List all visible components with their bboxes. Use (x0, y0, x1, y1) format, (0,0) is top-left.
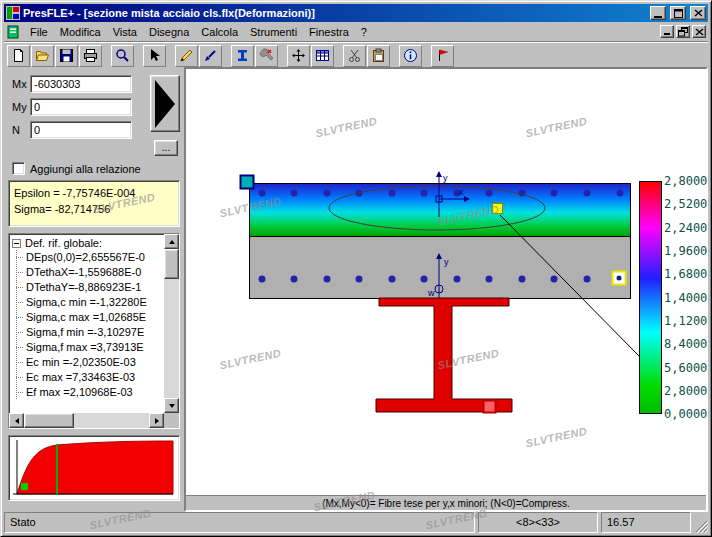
menu-calcola[interactable]: Calcola (195, 23, 244, 41)
tree-item[interactable]: Ec max =7,33463E-03 (9, 370, 164, 385)
tb-pencil-button[interactable] (175, 45, 198, 67)
wrench-icon (259, 48, 274, 63)
compute-arrow-button[interactable] (150, 75, 180, 132)
menu-modifica[interactable]: Modifica (54, 23, 107, 41)
restore-icon (678, 27, 688, 37)
tb-open-button[interactable] (31, 45, 54, 67)
svg-text:1,6800: 1,6800 (664, 267, 707, 281)
scroll-down-button[interactable] (164, 398, 179, 413)
titlebar: PresFLE+ - [sezione mista acciaio cls.fl… (4, 4, 708, 22)
menu-help[interactable]: ? (355, 23, 373, 41)
tree-item[interactable]: Ef max =2,10968E-03 (9, 385, 164, 400)
tree-vertical-scrollbar[interactable] (164, 234, 179, 413)
minimize-button[interactable] (650, 6, 666, 20)
tb-info-button[interactable] (399, 45, 422, 67)
section-drawing: y x y w (186, 69, 710, 497)
canvas-caption: (Mx,My<0)= Fibre tese per y,x minori; (N… (186, 495, 706, 510)
status-message: Stato (4, 512, 475, 533)
svg-text:5,6000: 5,6000 (664, 361, 707, 375)
tree-item[interactable]: Sigma,c min =-1,32280E (9, 295, 164, 310)
tb-pointer-button[interactable] (143, 45, 166, 67)
scroll-up-button[interactable] (164, 234, 179, 249)
legend-gradient-bar (640, 182, 662, 414)
epsilon-value: Epsilon = -7,75746E-004 (14, 185, 174, 201)
more-options-button[interactable]: ... (154, 140, 178, 156)
concrete-slab[interactable] (250, 184, 631, 299)
tb-pin-button[interactable] (431, 45, 454, 67)
mdi-restore-button[interactable] (676, 25, 690, 38)
pin-icon (435, 48, 450, 63)
pointer-icon (147, 48, 162, 63)
statusbar: Stato <8><33> 16.57 (4, 512, 708, 533)
stress-strain-chart (8, 435, 180, 501)
close-icon (694, 9, 703, 17)
menu-vista[interactable]: Vista (107, 23, 143, 41)
drawing-canvas[interactable]: y x y w (184, 67, 708, 512)
tb-print-button[interactable] (79, 45, 102, 67)
tb-save-button[interactable] (55, 45, 78, 67)
menu-finestra[interactable]: Finestra (303, 23, 355, 41)
add-to-report-label: Aggiungi alla relazione (30, 163, 141, 175)
document-icon[interactable] (6, 25, 20, 39)
scroll-right-button[interactable] (149, 413, 164, 428)
tb-move-button[interactable] (287, 45, 310, 67)
minimize-icon (654, 16, 662, 18)
tree-item[interactable]: DEps(0,0)=2,655567E-0 (9, 250, 164, 265)
add-to-report-checkbox[interactable] (12, 162, 25, 175)
axis-label-y: y (443, 173, 448, 183)
axis-label-w: w (427, 288, 435, 298)
tb-cut-button[interactable] (343, 45, 366, 67)
n-field[interactable] (30, 121, 132, 139)
tree-item[interactable]: Sigma,f min =-3,10297E (9, 325, 164, 340)
new-icon (11, 48, 26, 63)
results-tree: Def. rif. globale: DEps(0,0)=2,655567E-0… (8, 233, 180, 429)
steel-ibeam[interactable] (376, 298, 512, 412)
tb-new-button[interactable] (7, 45, 30, 67)
tree-item[interactable]: DTethaX=-1,559688E-0 (9, 265, 164, 280)
scroll-left-button[interactable] (9, 413, 24, 428)
legend-labels: 2,8000 2,5200 2,2400 1,9600 1,6800 1,400… (664, 174, 707, 421)
pencil-icon (179, 48, 194, 63)
tree-item[interactable]: Sigma,c max =1,02685E (9, 310, 164, 325)
svg-text:8,4000: 8,4000 (664, 337, 707, 351)
tb-zoom-button[interactable] (111, 45, 134, 67)
tree-root-row[interactable]: Def. rif. globale: (9, 234, 164, 250)
menu-strumenti[interactable]: Strumenti (244, 23, 303, 41)
tb-steel-section-button[interactable] (231, 45, 254, 67)
axis-label-y2: y (444, 257, 449, 267)
close-button[interactable] (690, 6, 706, 20)
svg-text:1,9600: 1,9600 (664, 244, 707, 258)
input-sidebar: Mx My N ... Aggiungi alla relazione Epsi… (4, 67, 184, 512)
steel-section-icon (235, 48, 250, 63)
mdi-minimize-button[interactable] (660, 25, 674, 38)
resize-grip[interactable] (694, 512, 708, 533)
menu-disegna[interactable]: Disegna (143, 23, 195, 41)
tb-table-button[interactable] (311, 45, 334, 67)
menu-file[interactable]: File (24, 23, 54, 41)
scrollbar-corner (164, 413, 179, 428)
app-window: PresFLE+ - [sezione mista acciaio cls.fl… (0, 0, 712, 537)
mx-field[interactable] (30, 75, 132, 93)
arrow-down-icon (169, 404, 175, 411)
tree-root-label: Def. rif. globale: (25, 237, 102, 249)
black-arrow-icon (152, 78, 178, 130)
result-infobox: Epsilon = -7,75746E-004 Sigma= -82,71475… (8, 180, 180, 227)
horizontal-scroll-thumb[interactable] (24, 413, 74, 428)
maximize-button[interactable] (670, 6, 686, 20)
tb-wrench-button[interactable] (255, 45, 278, 67)
axis-label-x: x (459, 187, 464, 197)
vertical-scroll-thumb[interactable] (164, 249, 179, 279)
menubar: File Modifica Vista Disegna Calcola Stru… (4, 22, 708, 41)
maximize-icon (674, 9, 683, 18)
close-icon (695, 28, 704, 36)
arrow-up-icon (169, 237, 175, 244)
tb-paste-button[interactable] (367, 45, 390, 67)
tree-item[interactable]: Sigma,f max =3,73913E (9, 340, 164, 355)
tb-pen-button[interactable] (199, 45, 222, 67)
tree-item[interactable]: Ec min =-2,02350E-03 (9, 355, 164, 370)
tree-item[interactable]: DTethaY=-8,886923E-1 (9, 280, 164, 295)
tree-horizontal-scrollbar[interactable] (9, 413, 164, 428)
mdi-close-button[interactable] (692, 25, 706, 38)
collapse-icon[interactable] (12, 239, 21, 248)
my-field[interactable] (30, 98, 132, 116)
